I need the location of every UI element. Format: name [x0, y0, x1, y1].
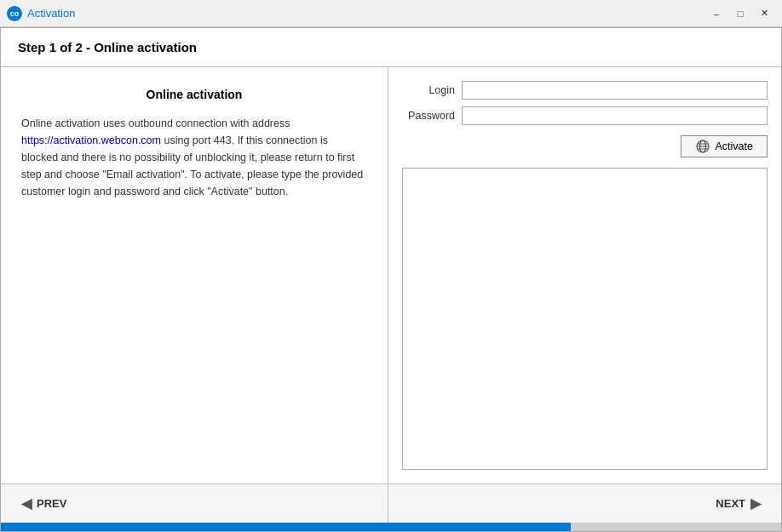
next-button[interactable]: NEXT ▶ [709, 492, 768, 515]
minimize-button[interactable]: – [705, 5, 727, 22]
nav-left: ◀ PREV [1, 484, 388, 523]
password-label: Password [402, 110, 455, 122]
login-label: Login [402, 84, 455, 96]
progress-bar-fill [1, 523, 571, 531]
password-input[interactable] [462, 106, 768, 125]
description-text-part1: Online activation uses outbound connecti… [21, 117, 290, 129]
step-title: Step 1 of 2 - Online activation [18, 40, 197, 54]
prev-label: PREV [37, 497, 66, 510]
window-title: Activation [27, 7, 705, 20]
password-row: Password [402, 106, 768, 125]
prev-arrow-icon: ◀ [21, 495, 32, 512]
content-area: Online activation Online activation uses… [1, 67, 781, 483]
window-body: Step 1 of 2 - Online activation Online a… [0, 27, 782, 532]
prev-button[interactable]: ◀ PREV [14, 492, 73, 515]
activate-row: Activate [402, 135, 768, 157]
progress-bar-container [1, 523, 781, 531]
app-logo-icon: co [7, 6, 22, 21]
login-row: Login [402, 81, 768, 100]
left-panel-title: Online activation [21, 88, 367, 101]
left-panel-description: Online activation uses outbound connecti… [21, 115, 367, 200]
title-bar: co Activation – □ ✕ [0, 0, 782, 27]
next-label: NEXT [716, 497, 745, 510]
step-header: Step 1 of 2 - Online activation [1, 28, 781, 67]
activation-url-link[interactable]: https://activation.webcon.com [21, 134, 161, 146]
login-input[interactable] [462, 81, 768, 100]
window-controls: – □ ✕ [705, 5, 775, 22]
next-arrow-icon: ▶ [750, 495, 761, 512]
nav-right: NEXT ▶ [388, 484, 781, 523]
close-button[interactable]: ✕ [753, 5, 775, 22]
restore-button[interactable]: □ [729, 5, 751, 22]
globe-icon [695, 139, 710, 154]
right-panel: Login Password [388, 67, 781, 483]
response-box [402, 168, 768, 470]
activate-button[interactable]: Activate [681, 135, 768, 157]
bottom-nav: ◀ PREV NEXT ▶ [1, 483, 781, 523]
left-panel: Online activation Online activation uses… [1, 67, 388, 483]
activate-label: Activate [716, 140, 753, 152]
